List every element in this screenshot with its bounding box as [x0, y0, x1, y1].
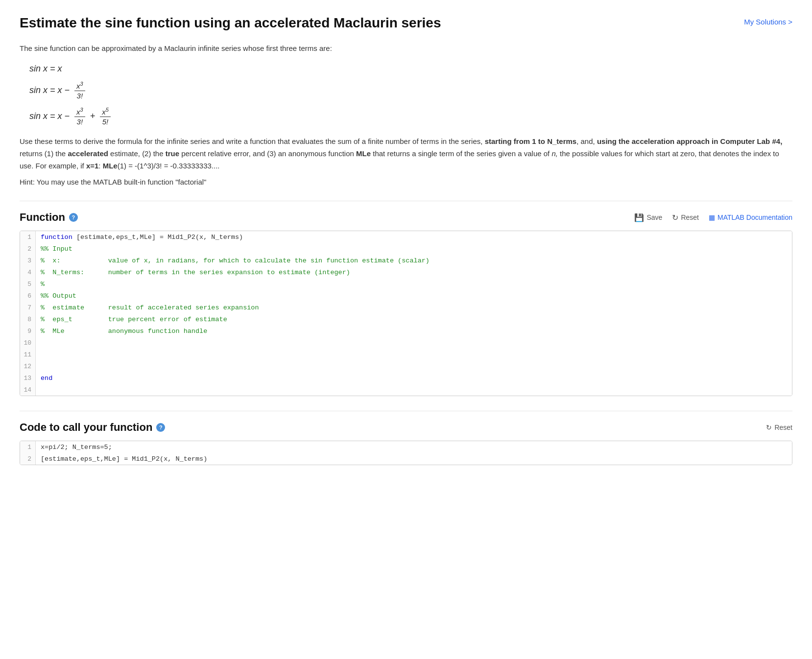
code-line-content: end	[36, 372, 792, 384]
table-row: 14	[20, 384, 792, 396]
code-line-content: % estimate result of accelerated series …	[36, 302, 792, 313]
code-line-content: % eps_t true percent error of estimate	[36, 313, 792, 325]
table-row: 3% x: value of x, in radians, for which …	[20, 255, 792, 266]
line-number: 2	[20, 453, 36, 465]
my-solutions-link[interactable]: My Solutions >	[744, 18, 792, 26]
function-toolbar: 💾 Save ↻ Reset ▦ MATLAB Documentation	[634, 213, 792, 222]
table-row: 7% estimate result of accelerated series…	[20, 302, 792, 313]
line-number: 6	[20, 290, 36, 302]
call-section-title: Code to call your function ?	[20, 421, 165, 434]
table-row: 9% MLe anonymous function handle	[20, 325, 792, 337]
formula-1: sin x = x	[29, 64, 792, 74]
line-number: 10	[20, 337, 36, 349]
divider-1	[20, 201, 792, 201]
keyword-end: end	[41, 375, 52, 382]
page-title: Estimate the sine function using an acce…	[20, 15, 441, 31]
call-toolbar: ↻ Reset	[766, 424, 792, 431]
formula-2: sin x = x − x3 3!	[29, 81, 792, 100]
line-number: 1	[20, 231, 36, 243]
code-line-content: % N_terms: number of terms in the series…	[36, 266, 792, 278]
description-text: Use these terms to derive the formula fo…	[20, 136, 792, 172]
table-row: 2%% Input	[20, 243, 792, 255]
comment-text: % MLe anonymous function handle	[41, 328, 207, 335]
line-number: 3	[20, 255, 36, 266]
call-title-text: Code to call your function	[20, 421, 152, 434]
code-line-content: % MLe anonymous function handle	[36, 325, 792, 337]
call-section-header: Code to call your function ? ↻ Reset	[20, 421, 792, 434]
comment-text: % N_terms: number of terms in the series…	[41, 269, 350, 276]
table-row: 11	[20, 349, 792, 360]
code-line-content	[36, 349, 792, 360]
code-line-content	[36, 360, 792, 372]
keyword-function: function	[41, 234, 72, 241]
line-number: 8	[20, 313, 36, 325]
reset-button[interactable]: ↻ Reset	[672, 213, 699, 222]
matlab-doc-icon: ▦	[709, 213, 715, 221]
formula-3: sin x = x − x3 3! + x5 5!	[29, 107, 792, 126]
divider-2	[20, 411, 792, 411]
comment-text: %	[41, 281, 45, 288]
code-line-content: function [estimate,eps_t,MLe] = Mid1_P2(…	[36, 231, 792, 243]
call-reset-icon: ↻	[766, 424, 772, 431]
table-row: 8% eps_t true percent error of estimate	[20, 313, 792, 325]
save-label: Save	[646, 213, 662, 221]
matlab-doc-label: MATLAB Documentation	[717, 213, 792, 221]
table-row: 4% N_terms: number of terms in the serie…	[20, 266, 792, 278]
function-help-icon[interactable]: ?	[69, 213, 78, 222]
line-number: 11	[20, 349, 36, 360]
line-number: 1	[20, 441, 36, 453]
function-title-text: Function	[20, 211, 65, 224]
reset-icon: ↻	[672, 213, 678, 222]
line-number: 12	[20, 360, 36, 372]
table-row: 10	[20, 337, 792, 349]
code-line-content: %% Input	[36, 243, 792, 255]
table-row: 12	[20, 360, 792, 372]
save-icon: 💾	[634, 213, 644, 222]
call-help-icon[interactable]: ?	[156, 423, 165, 432]
table-row: 6%% Output	[20, 290, 792, 302]
table-row: 2[estimate,eps_t,MLe] = Mid1_P2(x, N_ter…	[20, 453, 792, 465]
save-button[interactable]: 💾 Save	[634, 213, 662, 222]
line-number: 13	[20, 372, 36, 384]
table-row: 5%	[20, 278, 792, 290]
code-line-content: % x: value of x, in radians, for which t…	[36, 255, 792, 266]
code-line-content: %	[36, 278, 792, 290]
code-line-content: x=pi/2; N_terms=5;	[36, 441, 792, 453]
line-number: 9	[20, 325, 36, 337]
matlab-doc-button[interactable]: ▦ MATLAB Documentation	[709, 213, 792, 221]
line-number: 7	[20, 302, 36, 313]
intro-description: The sine function can be approximated by…	[20, 43, 792, 54]
line-number: 2	[20, 243, 36, 255]
call-reset-button[interactable]: ↻ Reset	[766, 424, 792, 431]
comment-text: % eps_t true percent error of estimate	[41, 316, 227, 323]
table-row: 13end	[20, 372, 792, 384]
table-row: 1x=pi/2; N_terms=5;	[20, 441, 792, 453]
page-header: Estimate the sine function using an acce…	[20, 15, 792, 31]
table-row: 1function [estimate,eps_t,MLe] = Mid1_P2…	[20, 231, 792, 243]
math-formulas: sin x = x sin x = x − x3 3! sin x = x − …	[29, 64, 792, 126]
function-code-editor[interactable]: 1function [estimate,eps_t,MLe] = Mid1_P2…	[20, 231, 792, 396]
code-line-content: [estimate,eps_t,MLe] = Mid1_P2(x, N_term…	[36, 453, 792, 465]
code-line-content: %% Output	[36, 290, 792, 302]
reset-label: Reset	[681, 213, 699, 221]
code-line-content	[36, 337, 792, 349]
line-number: 14	[20, 384, 36, 396]
comment-text: %% Input	[41, 245, 72, 253]
hint-text: Hint: You may use the MATLAB built-in fu…	[20, 178, 792, 186]
call-code-editor[interactable]: 1x=pi/2; N_terms=5;2[estimate,eps_t,MLe]…	[20, 441, 792, 465]
comment-text: % x: value of x, in radians, for which t…	[41, 257, 430, 264]
function-section-title: Function ?	[20, 211, 78, 224]
call-reset-label: Reset	[774, 424, 792, 431]
comment-text: % estimate result of accelerated series …	[41, 304, 259, 311]
code-line-content	[36, 384, 792, 396]
line-number: 5	[20, 278, 36, 290]
function-section-header: Function ? 💾 Save ↻ Reset ▦ MATLAB Docum…	[20, 211, 792, 224]
comment-text: %% Output	[41, 292, 76, 300]
line-number: 4	[20, 266, 36, 278]
